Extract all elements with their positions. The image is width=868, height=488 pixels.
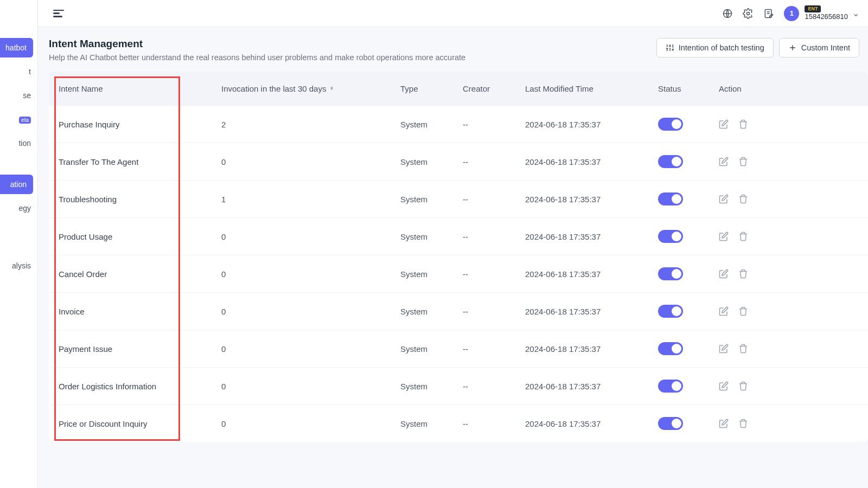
table-header: Intent Name Invocation in the last 30 da… [49,72,868,105]
status-toggle[interactable] [658,155,683,168]
cell-creator: -- [463,195,525,204]
custom-intent-button[interactable]: Custom Intent [779,38,859,57]
cell-invocation: 0 [221,157,400,166]
edit-icon[interactable] [719,344,729,354]
cell-intent-name: Troubleshooting [59,195,221,204]
edit-icon[interactable] [719,419,729,428]
status-toggle[interactable] [658,417,683,430]
cell-type: System [400,157,463,166]
edit-icon[interactable] [719,269,729,279]
globe-icon[interactable] [722,8,733,19]
cell-status [658,155,719,168]
trash-icon[interactable] [738,157,748,166]
col-modified: Last Modified Time [525,84,658,93]
cell-type: System [400,195,463,204]
trash-icon[interactable] [738,232,748,241]
cell-status [658,192,719,206]
cell-actions [719,194,778,204]
cell-actions [719,232,778,241]
edit-icon[interactable] [719,306,729,316]
cell-actions [719,157,778,166]
batch-testing-button[interactable]: Intention of batch testing [656,38,774,57]
cell-status [658,380,719,393]
edit-icon[interactable] [719,157,729,166]
sidebar-item-chatbot[interactable]: hatbot [0,38,33,57]
edit-icon[interactable] [719,119,729,129]
cell-actions [719,269,778,279]
status-toggle[interactable] [658,305,683,318]
cell-actions [719,419,778,428]
table-row[interactable]: Purchase Inquiry 2 System -- 2024-06-18 … [49,105,868,143]
cell-invocation: 1 [221,195,400,204]
gear-icon[interactable] [743,8,754,19]
cell-type: System [400,269,463,279]
cell-intent-name: Transfer To The Agent [59,157,221,166]
cell-modified: 2024-06-18 17:35:37 [525,419,658,428]
sidebar-item[interactable]: alysis [0,256,37,275]
cell-actions [719,381,778,391]
cell-creator: -- [463,120,525,129]
edit-icon[interactable] [719,194,729,204]
trash-icon[interactable] [738,269,748,279]
table-row[interactable]: Cancel Order 0 System -- 2024-06-18 17:3… [49,255,868,292]
sliders-icon [666,43,674,52]
edit-icon[interactable] [719,381,729,391]
cell-intent-name: Order Logistics Information [59,382,221,391]
avatar[interactable]: 1 [784,6,799,21]
sidebar-item[interactable]: tion [0,133,37,153]
table-row[interactable]: Transfer To The Agent 0 System -- 2024-0… [49,143,868,180]
trash-icon[interactable] [738,194,748,204]
trash-icon[interactable] [738,419,748,428]
cell-creator: -- [463,382,525,391]
cell-intent-name: Product Usage [59,232,221,241]
status-toggle[interactable] [658,380,683,393]
cell-status [658,342,719,355]
table-row[interactable]: Troubleshooting 1 System -- 2024-06-18 1… [49,180,868,217]
edit-icon[interactable] [719,232,729,241]
cell-intent-name: Payment Issue [59,344,221,354]
cell-status [658,230,719,243]
cell-creator: -- [463,232,525,241]
cell-intent-name: Invoice [59,307,221,316]
menu-toggle-icon[interactable] [53,10,64,17]
note-edit-icon[interactable] [763,8,774,19]
sidebar-item[interactable]: eta [0,110,37,129]
sidebar-item[interactable]: egy [0,198,37,218]
trash-icon[interactable] [738,344,748,354]
status-toggle[interactable] [658,118,683,131]
table-row[interactable]: Price or Discount Inquiry 0 System -- 20… [49,404,868,442]
status-toggle[interactable] [658,192,683,206]
cell-type: System [400,307,463,316]
table-body: Purchase Inquiry 2 System -- 2024-06-18 … [49,105,868,442]
account-tier-badge: ENT [805,5,821,12]
table-row[interactable]: Product Usage 0 System -- 2024-06-18 17:… [49,217,868,255]
trash-icon[interactable] [738,306,748,316]
table-row[interactable]: Invoice 0 System -- 2024-06-18 17:35:37 [49,292,868,330]
trash-icon[interactable] [738,119,748,129]
sidebar-item[interactable]: t [0,62,37,81]
status-toggle[interactable] [658,230,683,243]
col-action: Action [719,84,778,93]
cell-actions [719,119,778,129]
sidebar-item[interactable]: se [0,86,37,105]
cell-modified: 2024-06-18 17:35:37 [525,232,658,241]
col-creator: Creator [463,84,525,93]
page-header: Intent Management Help the AI Chatbot be… [49,38,868,62]
trash-icon[interactable] [738,381,748,391]
table-row[interactable]: Order Logistics Information 0 System -- … [49,367,868,404]
cell-status [658,267,719,280]
account-info[interactable]: ENT 15842656810 [805,5,848,21]
cell-invocation: 0 [221,419,400,428]
status-toggle[interactable] [658,267,683,280]
sidebar-item-active[interactable]: ation [0,175,33,194]
cell-modified: 2024-06-18 17:35:37 [525,382,658,391]
cell-modified: 2024-06-18 17:35:37 [525,344,658,354]
chevron-down-icon[interactable]: ⌄ [852,8,859,18]
col-invocation[interactable]: Invocation in the last 30 days ▲▼ [221,84,400,93]
plus-icon [788,43,797,52]
table-row[interactable]: Payment Issue 0 System -- 2024-06-18 17:… [49,330,868,367]
status-toggle[interactable] [658,342,683,355]
sidebar: hatbot t se eta tion ation egy alysis [0,0,38,488]
cell-type: System [400,120,463,129]
cell-status [658,118,719,131]
